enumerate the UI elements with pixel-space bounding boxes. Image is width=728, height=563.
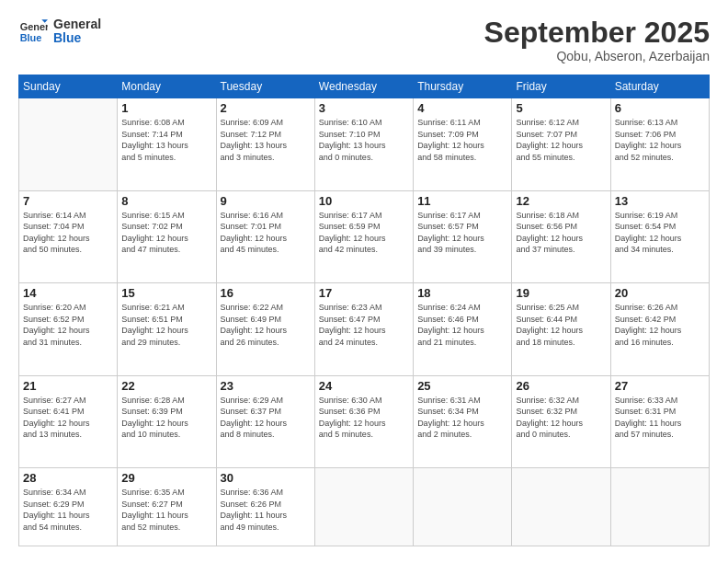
day-info: Sunrise: 6:29 AM Sunset: 6:37 PM Dayligh… <box>221 395 311 441</box>
calendar-cell: 11Sunrise: 6:17 AM Sunset: 6:57 PM Dayli… <box>414 190 512 282</box>
calendar-header-thursday: Thursday <box>414 75 512 98</box>
day-info: Sunrise: 6:30 AM Sunset: 6:36 PM Dayligh… <box>319 395 409 441</box>
calendar-cell: 6Sunrise: 6:13 AM Sunset: 7:06 PM Daylig… <box>610 98 709 190</box>
day-number: 16 <box>221 286 311 300</box>
calendar-cell: 22Sunrise: 6:28 AM Sunset: 6:39 PM Dayli… <box>118 375 216 467</box>
calendar-cell <box>314 468 413 546</box>
calendar-cell: 2Sunrise: 6:09 AM Sunset: 7:12 PM Daylig… <box>216 98 314 190</box>
calendar-cell: 16Sunrise: 6:22 AM Sunset: 6:49 PM Dayli… <box>216 283 314 375</box>
calendar-table: SundayMondayTuesdayWednesdayThursdayFrid… <box>18 75 710 546</box>
day-number: 5 <box>516 101 606 115</box>
day-number: 18 <box>417 286 507 300</box>
calendar-cell: 8Sunrise: 6:15 AM Sunset: 7:02 PM Daylig… <box>118 190 216 282</box>
day-number: 3 <box>319 101 409 115</box>
day-info: Sunrise: 6:21 AM Sunset: 6:51 PM Dayligh… <box>121 302 211 348</box>
day-info: Sunrise: 6:14 AM Sunset: 7:04 PM Dayligh… <box>23 210 113 256</box>
calendar-cell: 24Sunrise: 6:30 AM Sunset: 6:36 PM Dayli… <box>314 375 413 467</box>
calendar-week-5: 28Sunrise: 6:34 AM Sunset: 6:29 PM Dayli… <box>19 468 710 546</box>
calendar-cell <box>512 468 610 546</box>
logo-line2: Blue <box>53 31 101 45</box>
day-number: 4 <box>417 101 507 115</box>
day-number: 14 <box>23 286 113 300</box>
day-info: Sunrise: 6:23 AM Sunset: 6:47 PM Dayligh… <box>319 302 409 348</box>
day-number: 1 <box>121 101 211 115</box>
calendar-cell <box>19 98 118 190</box>
day-number: 28 <box>23 471 113 485</box>
calendar-week-4: 21Sunrise: 6:27 AM Sunset: 6:41 PM Dayli… <box>19 375 710 467</box>
day-number: 2 <box>221 101 311 115</box>
day-info: Sunrise: 6:26 AM Sunset: 6:42 PM Dayligh… <box>615 302 705 348</box>
day-info: Sunrise: 6:12 AM Sunset: 7:07 PM Dayligh… <box>516 117 606 163</box>
month-title: September 2025 <box>484 17 710 49</box>
calendar-week-3: 14Sunrise: 6:20 AM Sunset: 6:52 PM Dayli… <box>19 283 710 375</box>
day-info: Sunrise: 6:18 AM Sunset: 6:56 PM Dayligh… <box>516 210 606 256</box>
day-number: 22 <box>121 379 211 393</box>
day-info: Sunrise: 6:17 AM Sunset: 6:59 PM Dayligh… <box>319 210 409 256</box>
day-number: 11 <box>417 194 507 208</box>
day-number: 9 <box>221 194 311 208</box>
day-number: 7 <box>23 194 113 208</box>
calendar-cell: 26Sunrise: 6:32 AM Sunset: 6:32 PM Dayli… <box>512 375 610 467</box>
day-number: 29 <box>121 471 211 485</box>
calendar-cell: 4Sunrise: 6:11 AM Sunset: 7:09 PM Daylig… <box>414 98 512 190</box>
calendar-header-friday: Friday <box>512 75 610 98</box>
title-block: September 2025 Qobu, Abseron, Azerbaijan <box>484 17 710 63</box>
day-info: Sunrise: 6:36 AM Sunset: 6:26 PM Dayligh… <box>221 487 311 533</box>
day-number: 21 <box>23 379 113 393</box>
logo-line1: General <box>53 17 101 31</box>
calendar-cell: 17Sunrise: 6:23 AM Sunset: 6:47 PM Dayli… <box>314 283 413 375</box>
calendar-header-tuesday: Tuesday <box>216 75 314 98</box>
calendar-cell: 30Sunrise: 6:36 AM Sunset: 6:26 PM Dayli… <box>216 468 314 546</box>
calendar-header-sunday: Sunday <box>19 75 118 98</box>
day-number: 6 <box>615 101 705 115</box>
calendar-cell <box>610 468 709 546</box>
calendar-cell: 7Sunrise: 6:14 AM Sunset: 7:04 PM Daylig… <box>19 190 118 282</box>
day-info: Sunrise: 6:20 AM Sunset: 6:52 PM Dayligh… <box>23 302 113 348</box>
day-info: Sunrise: 6:25 AM Sunset: 6:44 PM Dayligh… <box>516 302 606 348</box>
day-number: 26 <box>516 379 606 393</box>
calendar-cell: 9Sunrise: 6:16 AM Sunset: 7:01 PM Daylig… <box>216 190 314 282</box>
calendar-cell: 18Sunrise: 6:24 AM Sunset: 6:46 PM Dayli… <box>414 283 512 375</box>
calendar-cell: 25Sunrise: 6:31 AM Sunset: 6:34 PM Dayli… <box>414 375 512 467</box>
day-info: Sunrise: 6:09 AM Sunset: 7:12 PM Dayligh… <box>221 117 311 163</box>
calendar-cell: 21Sunrise: 6:27 AM Sunset: 6:41 PM Dayli… <box>19 375 118 467</box>
logo-icon: General Blue <box>18 17 48 46</box>
day-number: 17 <box>319 286 409 300</box>
header: General Blue General Blue September 2025… <box>18 17 710 63</box>
day-info: Sunrise: 6:13 AM Sunset: 7:06 PM Dayligh… <box>615 117 705 163</box>
day-info: Sunrise: 6:10 AM Sunset: 7:10 PM Dayligh… <box>319 117 409 163</box>
calendar-week-1: 1Sunrise: 6:08 AM Sunset: 7:14 PM Daylig… <box>19 98 710 190</box>
calendar-cell: 27Sunrise: 6:33 AM Sunset: 6:31 PM Dayli… <box>610 375 709 467</box>
day-number: 25 <box>417 379 507 393</box>
day-number: 23 <box>221 379 311 393</box>
calendar-cell: 5Sunrise: 6:12 AM Sunset: 7:07 PM Daylig… <box>512 98 610 190</box>
day-info: Sunrise: 6:15 AM Sunset: 7:02 PM Dayligh… <box>121 210 211 256</box>
calendar-cell: 1Sunrise: 6:08 AM Sunset: 7:14 PM Daylig… <box>118 98 216 190</box>
day-number: 20 <box>615 286 705 300</box>
calendar-cell: 13Sunrise: 6:19 AM Sunset: 6:54 PM Dayli… <box>610 190 709 282</box>
day-number: 10 <box>319 194 409 208</box>
day-info: Sunrise: 6:27 AM Sunset: 6:41 PM Dayligh… <box>23 395 113 441</box>
calendar-cell: 15Sunrise: 6:21 AM Sunset: 6:51 PM Dayli… <box>118 283 216 375</box>
day-info: Sunrise: 6:19 AM Sunset: 6:54 PM Dayligh… <box>615 210 705 256</box>
day-number: 30 <box>221 471 311 485</box>
day-info: Sunrise: 6:22 AM Sunset: 6:49 PM Dayligh… <box>221 302 311 348</box>
svg-text:Blue: Blue <box>20 32 42 43</box>
calendar-cell: 3Sunrise: 6:10 AM Sunset: 7:10 PM Daylig… <box>314 98 413 190</box>
location-title: Qobu, Abseron, Azerbaijan <box>484 49 710 63</box>
calendar-week-2: 7Sunrise: 6:14 AM Sunset: 7:04 PM Daylig… <box>19 190 710 282</box>
calendar-cell: 10Sunrise: 6:17 AM Sunset: 6:59 PM Dayli… <box>314 190 413 282</box>
logo: General Blue General Blue <box>18 17 101 46</box>
day-number: 19 <box>516 286 606 300</box>
calendar-cell: 20Sunrise: 6:26 AM Sunset: 6:42 PM Dayli… <box>610 283 709 375</box>
calendar-cell: 12Sunrise: 6:18 AM Sunset: 6:56 PM Dayli… <box>512 190 610 282</box>
day-info: Sunrise: 6:35 AM Sunset: 6:27 PM Dayligh… <box>121 487 211 533</box>
day-number: 27 <box>615 379 705 393</box>
day-number: 24 <box>319 379 409 393</box>
day-info: Sunrise: 6:16 AM Sunset: 7:01 PM Dayligh… <box>221 210 311 256</box>
day-info: Sunrise: 6:28 AM Sunset: 6:39 PM Dayligh… <box>121 395 211 441</box>
calendar-cell: 23Sunrise: 6:29 AM Sunset: 6:37 PM Dayli… <box>216 375 314 467</box>
day-info: Sunrise: 6:08 AM Sunset: 7:14 PM Dayligh… <box>121 117 211 163</box>
page: General Blue General Blue September 2025… <box>0 0 728 563</box>
calendar-cell: 14Sunrise: 6:20 AM Sunset: 6:52 PM Dayli… <box>19 283 118 375</box>
